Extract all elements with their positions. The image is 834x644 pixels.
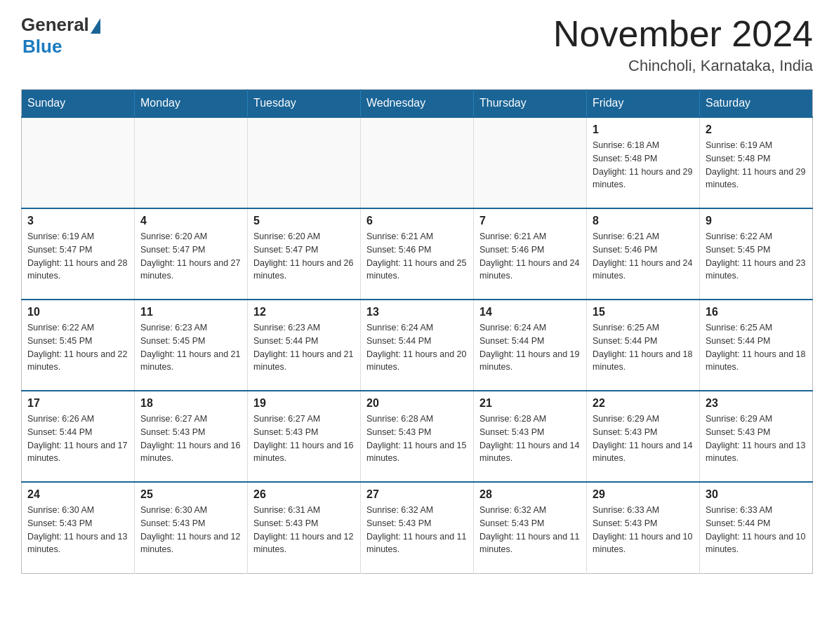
- day-info: Sunrise: 6:19 AM Sunset: 5:47 PM Dayligh…: [27, 230, 128, 283]
- calendar-day: [135, 117, 248, 208]
- logo: General Blue: [21, 14, 100, 58]
- day-number: 2: [706, 123, 807, 136]
- calendar-day: 9Sunrise: 6:22 AM Sunset: 5:45 PM Daylig…: [700, 208, 813, 300]
- day-info: Sunrise: 6:28 AM Sunset: 5:43 PM Dayligh…: [366, 412, 468, 465]
- calendar-day: 5Sunrise: 6:20 AM Sunset: 5:47 PM Daylig…: [248, 208, 361, 300]
- calendar-table: SundayMondayTuesdayWednesdayThursdayFrid…: [21, 89, 813, 574]
- day-number: 29: [593, 488, 694, 501]
- calendar-day: 4Sunrise: 6:20 AM Sunset: 5:47 PM Daylig…: [135, 208, 248, 300]
- calendar-day: [22, 117, 135, 208]
- calendar-day: 1Sunrise: 6:18 AM Sunset: 5:48 PM Daylig…: [587, 117, 700, 208]
- calendar-day: 24Sunrise: 6:30 AM Sunset: 5:43 PM Dayli…: [22, 482, 135, 573]
- day-info: Sunrise: 6:20 AM Sunset: 5:47 PM Dayligh…: [140, 230, 241, 283]
- day-number: 8: [593, 215, 694, 227]
- day-info: Sunrise: 6:18 AM Sunset: 5:48 PM Dayligh…: [593, 139, 694, 192]
- calendar-day: 16Sunrise: 6:25 AM Sunset: 5:44 PM Dayli…: [700, 300, 813, 391]
- day-info: Sunrise: 6:28 AM Sunset: 5:43 PM Dayligh…: [479, 412, 581, 465]
- month-title: November 2024: [553, 14, 813, 54]
- calendar-day: 10Sunrise: 6:22 AM Sunset: 5:45 PM Dayli…: [22, 300, 135, 391]
- day-number: 13: [366, 306, 468, 318]
- day-number: 4: [140, 215, 241, 227]
- calendar-week-2: 3Sunrise: 6:19 AM Sunset: 5:47 PM Daylig…: [22, 208, 813, 300]
- day-number: 6: [366, 215, 468, 227]
- day-number: 28: [479, 488, 581, 501]
- day-number: 17: [27, 397, 128, 410]
- day-info: Sunrise: 6:23 AM Sunset: 5:44 PM Dayligh…: [253, 321, 355, 374]
- day-info: Sunrise: 6:21 AM Sunset: 5:46 PM Dayligh…: [593, 230, 694, 283]
- day-info: Sunrise: 6:30 AM Sunset: 5:43 PM Dayligh…: [140, 504, 241, 556]
- calendar-day: 27Sunrise: 6:32 AM Sunset: 5:43 PM Dayli…: [361, 482, 474, 573]
- day-info: Sunrise: 6:29 AM Sunset: 5:43 PM Dayligh…: [593, 412, 694, 465]
- calendar-body: 1Sunrise: 6:18 AM Sunset: 5:48 PM Daylig…: [22, 117, 813, 573]
- day-number: 26: [253, 488, 355, 501]
- location-title: Chincholi, Karnataka, India: [553, 57, 813, 75]
- weekday-header-sunday: Sunday: [22, 90, 135, 118]
- calendar-day: 6Sunrise: 6:21 AM Sunset: 5:46 PM Daylig…: [361, 208, 474, 300]
- logo-triangle-icon: [91, 18, 100, 34]
- day-number: 25: [140, 488, 241, 501]
- day-number: 11: [140, 306, 241, 318]
- calendar-day: 2Sunrise: 6:19 AM Sunset: 5:48 PM Daylig…: [700, 117, 813, 208]
- calendar-day: 25Sunrise: 6:30 AM Sunset: 5:43 PM Dayli…: [135, 482, 248, 573]
- day-number: 18: [140, 397, 241, 410]
- day-number: 20: [366, 397, 468, 410]
- calendar-day: 30Sunrise: 6:33 AM Sunset: 5:44 PM Dayli…: [700, 482, 813, 573]
- day-number: 1: [593, 123, 694, 136]
- calendar-day: 8Sunrise: 6:21 AM Sunset: 5:46 PM Daylig…: [587, 208, 700, 300]
- page-header: General Blue November 2024 Chincholi, Ka…: [21, 14, 813, 75]
- day-info: Sunrise: 6:30 AM Sunset: 5:43 PM Dayligh…: [27, 504, 128, 556]
- logo-general-text: General: [21, 14, 89, 36]
- weekday-header-friday: Friday: [587, 90, 700, 118]
- day-info: Sunrise: 6:24 AM Sunset: 5:44 PM Dayligh…: [366, 321, 468, 374]
- calendar-day: [474, 117, 587, 208]
- calendar-week-1: 1Sunrise: 6:18 AM Sunset: 5:48 PM Daylig…: [22, 117, 813, 208]
- day-info: Sunrise: 6:27 AM Sunset: 5:43 PM Dayligh…: [253, 412, 355, 465]
- day-info: Sunrise: 6:33 AM Sunset: 5:44 PM Dayligh…: [706, 504, 807, 556]
- day-info: Sunrise: 6:20 AM Sunset: 5:47 PM Dayligh…: [253, 230, 355, 283]
- title-block: November 2024 Chincholi, Karnataka, Indi…: [553, 14, 813, 75]
- logo-blue-text: Blue: [22, 36, 62, 58]
- day-number: 22: [593, 397, 694, 410]
- day-number: 9: [706, 215, 807, 227]
- day-info: Sunrise: 6:23 AM Sunset: 5:45 PM Dayligh…: [140, 321, 241, 374]
- calendar-day: 22Sunrise: 6:29 AM Sunset: 5:43 PM Dayli…: [587, 391, 700, 482]
- calendar-day: [248, 117, 361, 208]
- day-number: 14: [479, 306, 581, 318]
- calendar-header: SundayMondayTuesdayWednesdayThursdayFrid…: [22, 90, 813, 118]
- day-info: Sunrise: 6:32 AM Sunset: 5:43 PM Dayligh…: [366, 504, 468, 556]
- calendar-day: 14Sunrise: 6:24 AM Sunset: 5:44 PM Dayli…: [474, 300, 587, 391]
- calendar-day: 3Sunrise: 6:19 AM Sunset: 5:47 PM Daylig…: [22, 208, 135, 300]
- day-info: Sunrise: 6:31 AM Sunset: 5:43 PM Dayligh…: [253, 504, 355, 556]
- calendar-day: 18Sunrise: 6:27 AM Sunset: 5:43 PM Dayli…: [135, 391, 248, 482]
- day-info: Sunrise: 6:19 AM Sunset: 5:48 PM Dayligh…: [706, 139, 807, 192]
- weekday-header-saturday: Saturday: [700, 90, 813, 118]
- day-number: 16: [706, 306, 807, 318]
- weekday-header-row: SundayMondayTuesdayWednesdayThursdayFrid…: [22, 90, 813, 118]
- day-info: Sunrise: 6:22 AM Sunset: 5:45 PM Dayligh…: [706, 230, 807, 283]
- calendar-day: 11Sunrise: 6:23 AM Sunset: 5:45 PM Dayli…: [135, 300, 248, 391]
- calendar-week-3: 10Sunrise: 6:22 AM Sunset: 5:45 PM Dayli…: [22, 300, 813, 391]
- day-number: 27: [366, 488, 468, 501]
- weekday-header-tuesday: Tuesday: [248, 90, 361, 118]
- day-number: 21: [479, 397, 581, 410]
- day-number: 7: [479, 215, 581, 227]
- day-number: 24: [27, 488, 128, 501]
- weekday-header-thursday: Thursday: [474, 90, 587, 118]
- weekday-header-wednesday: Wednesday: [361, 90, 474, 118]
- day-number: 12: [253, 306, 355, 318]
- day-info: Sunrise: 6:22 AM Sunset: 5:45 PM Dayligh…: [27, 321, 128, 374]
- calendar-day: 28Sunrise: 6:32 AM Sunset: 5:43 PM Dayli…: [474, 482, 587, 573]
- calendar-day: 26Sunrise: 6:31 AM Sunset: 5:43 PM Dayli…: [248, 482, 361, 573]
- day-info: Sunrise: 6:21 AM Sunset: 5:46 PM Dayligh…: [366, 230, 468, 283]
- day-info: Sunrise: 6:25 AM Sunset: 5:44 PM Dayligh…: [593, 321, 694, 374]
- day-info: Sunrise: 6:29 AM Sunset: 5:43 PM Dayligh…: [706, 412, 807, 465]
- calendar-day: [361, 117, 474, 208]
- day-info: Sunrise: 6:33 AM Sunset: 5:43 PM Dayligh…: [593, 504, 694, 556]
- calendar-day: 29Sunrise: 6:33 AM Sunset: 5:43 PM Dayli…: [587, 482, 700, 573]
- weekday-header-monday: Monday: [135, 90, 248, 118]
- day-info: Sunrise: 6:24 AM Sunset: 5:44 PM Dayligh…: [479, 321, 581, 374]
- calendar-day: 17Sunrise: 6:26 AM Sunset: 5:44 PM Dayli…: [22, 391, 135, 482]
- calendar-week-4: 17Sunrise: 6:26 AM Sunset: 5:44 PM Dayli…: [22, 391, 813, 482]
- calendar-day: 15Sunrise: 6:25 AM Sunset: 5:44 PM Dayli…: [587, 300, 700, 391]
- day-info: Sunrise: 6:21 AM Sunset: 5:46 PM Dayligh…: [479, 230, 581, 283]
